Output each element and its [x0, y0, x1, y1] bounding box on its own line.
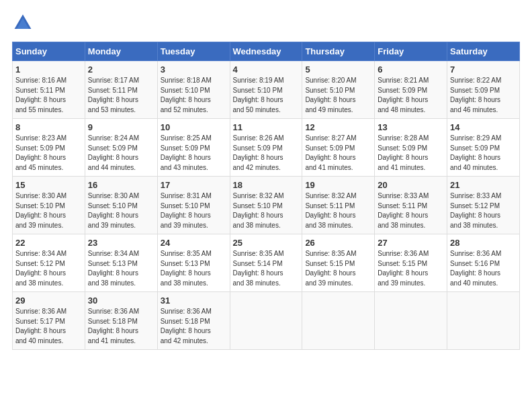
- day-number: 6: [378, 64, 444, 75]
- header: [12, 12, 520, 34]
- day-number: 16: [88, 180, 154, 190]
- day-number: 26: [305, 238, 371, 248]
- day-info: Sunrise: 8:21 AM Sunset: 5:09 PM Dayligh…: [378, 76, 444, 115]
- calendar-cell: 15Sunrise: 8:30 AM Sunset: 5:10 PM Dayli…: [13, 177, 85, 234]
- weekday-header-row: SundayMondayTuesdayWednesdayThursdayFrid…: [13, 42, 520, 61]
- day-number: 13: [378, 122, 444, 132]
- day-number: 28: [450, 238, 517, 248]
- calendar-cell: 13Sunrise: 8:28 AM Sunset: 5:09 PM Dayli…: [375, 119, 447, 177]
- day-number: 17: [161, 180, 227, 190]
- calendar-cell: 12Sunrise: 8:27 AM Sunset: 5:09 PM Dayli…: [302, 119, 375, 177]
- weekday-friday: Friday: [375, 42, 447, 61]
- day-info: Sunrise: 8:36 AM Sunset: 5:17 PM Dayligh…: [15, 307, 82, 346]
- day-info: Sunrise: 8:36 AM Sunset: 5:15 PM Dayligh…: [378, 249, 444, 288]
- day-number: 31: [161, 295, 227, 306]
- calendar-cell: 14Sunrise: 8:29 AM Sunset: 5:09 PM Dayli…: [447, 119, 520, 177]
- calendar-cell: 29Sunrise: 8:36 AM Sunset: 5:17 PM Dayli…: [13, 292, 85, 350]
- day-number: 9: [88, 122, 154, 132]
- day-number: 15: [15, 180, 82, 190]
- calendar-cell: 19Sunrise: 8:32 AM Sunset: 5:11 PM Dayli…: [302, 177, 375, 234]
- day-info: Sunrise: 8:28 AM Sunset: 5:09 PM Dayligh…: [378, 134, 444, 173]
- day-info: Sunrise: 8:31 AM Sunset: 5:10 PM Dayligh…: [161, 191, 227, 230]
- calendar-cell: 5Sunrise: 8:20 AM Sunset: 5:10 PM Daylig…: [302, 61, 375, 119]
- day-info: Sunrise: 8:32 AM Sunset: 5:11 PM Dayligh…: [305, 191, 371, 230]
- day-info: Sunrise: 8:35 AM Sunset: 5:14 PM Dayligh…: [233, 249, 300, 288]
- day-info: Sunrise: 8:36 AM Sunset: 5:18 PM Dayligh…: [161, 307, 227, 346]
- weekday-tuesday: Tuesday: [157, 42, 230, 61]
- day-info: Sunrise: 8:18 AM Sunset: 5:10 PM Dayligh…: [161, 76, 227, 115]
- calendar-cell: [447, 292, 520, 350]
- calendar-cell: [230, 292, 302, 350]
- day-number: 22: [15, 238, 82, 248]
- day-number: 4: [233, 64, 300, 75]
- day-number: 1: [15, 64, 82, 75]
- day-number: 7: [450, 64, 517, 75]
- day-number: 11: [233, 122, 300, 132]
- calendar-cell: 8Sunrise: 8:23 AM Sunset: 5:09 PM Daylig…: [13, 119, 85, 177]
- day-info: Sunrise: 8:22 AM Sunset: 5:09 PM Dayligh…: [450, 76, 517, 115]
- calendar-cell: 4Sunrise: 8:19 AM Sunset: 5:10 PM Daylig…: [230, 61, 302, 119]
- day-info: Sunrise: 8:27 AM Sunset: 5:09 PM Dayligh…: [305, 134, 371, 173]
- day-info: Sunrise: 8:16 AM Sunset: 5:11 PM Dayligh…: [15, 76, 82, 115]
- day-info: Sunrise: 8:30 AM Sunset: 5:10 PM Dayligh…: [15, 191, 82, 230]
- day-info: Sunrise: 8:30 AM Sunset: 5:10 PM Dayligh…: [88, 191, 154, 230]
- day-number: 21: [450, 180, 517, 190]
- day-info: Sunrise: 8:35 AM Sunset: 5:15 PM Dayligh…: [305, 249, 371, 288]
- day-number: 14: [450, 122, 517, 132]
- day-number: 25: [233, 238, 300, 248]
- calendar-cell: 21Sunrise: 8:33 AM Sunset: 5:12 PM Dayli…: [447, 177, 520, 234]
- week-row-4: 22Sunrise: 8:34 AM Sunset: 5:12 PM Dayli…: [13, 234, 520, 292]
- calendar-cell: 10Sunrise: 8:25 AM Sunset: 5:09 PM Dayli…: [157, 119, 230, 177]
- day-info: Sunrise: 8:17 AM Sunset: 5:11 PM Dayligh…: [88, 76, 154, 115]
- day-number: 10: [161, 122, 227, 132]
- calendar-cell: 11Sunrise: 8:26 AM Sunset: 5:09 PM Dayli…: [230, 119, 302, 177]
- day-info: Sunrise: 8:33 AM Sunset: 5:12 PM Dayligh…: [450, 191, 517, 230]
- calendar-cell: 9Sunrise: 8:24 AM Sunset: 5:09 PM Daylig…: [85, 119, 157, 177]
- day-number: 27: [378, 238, 444, 248]
- weekday-wednesday: Wednesday: [230, 42, 302, 61]
- calendar-cell: 17Sunrise: 8:31 AM Sunset: 5:10 PM Dayli…: [157, 177, 230, 234]
- day-number: 2: [88, 64, 154, 75]
- calendar-cell: 20Sunrise: 8:33 AM Sunset: 5:11 PM Dayli…: [375, 177, 447, 234]
- calendar-cell: 1Sunrise: 8:16 AM Sunset: 5:11 PM Daylig…: [13, 61, 85, 119]
- weekday-sunday: Sunday: [13, 42, 85, 61]
- day-info: Sunrise: 8:34 AM Sunset: 5:13 PM Dayligh…: [88, 249, 154, 288]
- calendar-cell: 6Sunrise: 8:21 AM Sunset: 5:09 PM Daylig…: [375, 61, 447, 119]
- day-info: Sunrise: 8:36 AM Sunset: 5:18 PM Dayligh…: [88, 307, 154, 346]
- day-number: 30: [88, 295, 154, 306]
- calendar-cell: 2Sunrise: 8:17 AM Sunset: 5:11 PM Daylig…: [85, 61, 157, 119]
- day-number: 12: [305, 122, 371, 132]
- day-number: 8: [15, 122, 82, 132]
- weekday-thursday: Thursday: [302, 42, 375, 61]
- calendar-cell: 27Sunrise: 8:36 AM Sunset: 5:15 PM Dayli…: [375, 234, 447, 292]
- week-row-3: 15Sunrise: 8:30 AM Sunset: 5:10 PM Dayli…: [13, 177, 520, 234]
- day-info: Sunrise: 8:24 AM Sunset: 5:09 PM Dayligh…: [88, 134, 154, 173]
- day-info: Sunrise: 8:19 AM Sunset: 5:10 PM Dayligh…: [233, 76, 300, 115]
- calendar-cell: 16Sunrise: 8:30 AM Sunset: 5:10 PM Dayli…: [85, 177, 157, 234]
- day-info: Sunrise: 8:20 AM Sunset: 5:10 PM Dayligh…: [305, 76, 371, 115]
- day-number: 18: [233, 180, 300, 190]
- calendar-cell: 18Sunrise: 8:32 AM Sunset: 5:10 PM Dayli…: [230, 177, 302, 234]
- logo-icon: [12, 12, 34, 34]
- day-number: 29: [15, 295, 82, 306]
- calendar-cell: 26Sunrise: 8:35 AM Sunset: 5:15 PM Dayli…: [302, 234, 375, 292]
- calendar-cell: [375, 292, 447, 350]
- calendar-cell: 3Sunrise: 8:18 AM Sunset: 5:10 PM Daylig…: [157, 61, 230, 119]
- day-info: Sunrise: 8:32 AM Sunset: 5:10 PM Dayligh…: [233, 191, 300, 230]
- calendar-cell: 28Sunrise: 8:36 AM Sunset: 5:16 PM Dayli…: [447, 234, 520, 292]
- day-info: Sunrise: 8:35 AM Sunset: 5:13 PM Dayligh…: [161, 249, 227, 288]
- calendar-cell: 22Sunrise: 8:34 AM Sunset: 5:12 PM Dayli…: [13, 234, 85, 292]
- day-info: Sunrise: 8:25 AM Sunset: 5:09 PM Dayligh…: [161, 134, 227, 173]
- day-info: Sunrise: 8:33 AM Sunset: 5:11 PM Dayligh…: [378, 191, 444, 230]
- day-number: 3: [161, 64, 227, 75]
- day-number: 19: [305, 180, 371, 190]
- calendar-cell: 30Sunrise: 8:36 AM Sunset: 5:18 PM Dayli…: [85, 292, 157, 350]
- calendar-cell: 25Sunrise: 8:35 AM Sunset: 5:14 PM Dayli…: [230, 234, 302, 292]
- day-info: Sunrise: 8:23 AM Sunset: 5:09 PM Dayligh…: [15, 134, 82, 173]
- calendar-cell: [302, 292, 375, 350]
- week-row-2: 8Sunrise: 8:23 AM Sunset: 5:09 PM Daylig…: [13, 119, 520, 177]
- calendar-page: SundayMondayTuesdayWednesdayThursdayFrid…: [0, 0, 532, 357]
- calendar-cell: 31Sunrise: 8:36 AM Sunset: 5:18 PM Dayli…: [157, 292, 230, 350]
- day-number: 23: [88, 238, 154, 248]
- calendar-cell: 7Sunrise: 8:22 AM Sunset: 5:09 PM Daylig…: [447, 61, 520, 119]
